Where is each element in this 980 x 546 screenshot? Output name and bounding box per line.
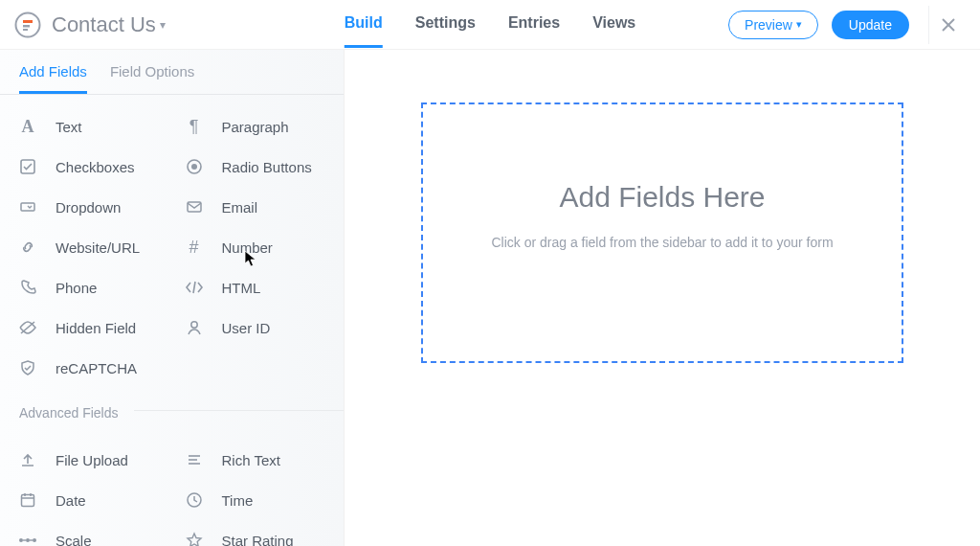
field-label: Hidden Field — [56, 320, 136, 336]
field-radio[interactable]: Radio Buttons — [172, 147, 339, 187]
paragraph-icon: ¶ — [184, 116, 205, 137]
scale-icon — [17, 530, 38, 546]
form-dropzone[interactable]: Add Fields Here Click or drag a field fr… — [421, 102, 903, 363]
sidebar-tab-add-fields[interactable]: Add Fields — [19, 50, 87, 94]
field-label: Time — [222, 492, 254, 509]
form-name-dropdown[interactable]: Contact Us ▾ — [52, 12, 166, 37]
preview-label: Preview — [745, 17, 792, 33]
form-name-label: Contact Us — [52, 12, 156, 37]
richtext-icon — [184, 449, 205, 470]
field-label: Date — [56, 492, 86, 509]
svg-point-25 — [33, 538, 36, 542]
upload-icon — [17, 449, 38, 470]
svg-rect-1 — [23, 20, 33, 23]
tab-build[interactable]: Build — [345, 1, 383, 48]
field-rich-text[interactable]: Rich Text — [172, 440, 339, 480]
hash-icon: # — [184, 237, 205, 258]
svg-point-12 — [190, 322, 196, 328]
sidebar-tab-field-options[interactable]: Field Options — [110, 50, 194, 94]
field-star-rating[interactable]: Star Rating — [172, 520, 339, 546]
code-icon — [184, 277, 205, 298]
field-recaptcha[interactable]: reCAPTCHA — [6, 348, 172, 388]
field-time[interactable]: Time — [172, 480, 339, 520]
field-label: Phone — [56, 280, 97, 296]
field-paragraph[interactable]: ¶ Paragraph — [172, 106, 339, 147]
dropzone-title: Add Fields Here — [559, 181, 765, 214]
field-userid[interactable]: User ID — [172, 307, 339, 348]
eye-off-icon — [17, 317, 38, 338]
svg-point-21 — [19, 538, 23, 542]
field-label: Website/URL — [56, 239, 140, 256]
field-label: Paragraph — [222, 119, 289, 135]
clock-icon — [184, 489, 205, 511]
update-button[interactable]: Update — [832, 11, 909, 39]
app-logo-icon — [13, 11, 42, 39]
field-dropdown[interactable]: Dropdown — [6, 187, 172, 227]
star-icon — [184, 530, 205, 546]
svg-rect-2 — [23, 25, 30, 28]
tab-views[interactable]: Views — [592, 1, 635, 48]
field-html[interactable]: HTML — [172, 267, 339, 307]
field-label: HTML — [222, 280, 261, 296]
svg-rect-3 — [23, 29, 28, 31]
chevron-down-icon: ▾ — [796, 18, 802, 31]
field-label: reCAPTCHA — [56, 360, 137, 376]
field-label: Dropdown — [56, 199, 121, 216]
dropdown-icon — [17, 196, 38, 217]
field-label: Number — [222, 239, 273, 256]
svg-rect-9 — [21, 203, 34, 211]
field-label: Star Rating — [222, 533, 294, 547]
preview-button[interactable]: Preview ▾ — [728, 11, 818, 39]
update-label: Update — [849, 17, 892, 33]
field-email[interactable]: Email — [172, 187, 339, 227]
field-text[interactable]: A Text — [6, 106, 172, 147]
advanced-fields-heading: Advanced Fields — [0, 392, 344, 428]
field-label: Checkboxes — [56, 159, 135, 175]
field-scale[interactable]: Scale — [6, 520, 172, 546]
chevron-down-icon: ▾ — [160, 18, 166, 32]
phone-icon — [17, 277, 38, 298]
fields-sidebar: Add Fields Field Options A Text ¶ Paragr… — [0, 50, 345, 546]
field-label: File Upload — [56, 452, 128, 468]
field-label: Scale — [56, 533, 92, 547]
field-website[interactable]: Website/URL — [6, 227, 172, 267]
field-label: Text — [56, 119, 82, 135]
link-icon — [17, 237, 38, 258]
field-date[interactable]: Date — [6, 480, 172, 520]
svg-point-23 — [26, 538, 30, 542]
form-canvas: Add Fields Here Click or drag a field fr… — [345, 50, 980, 546]
svg-rect-10 — [188, 202, 201, 212]
close-icon — [941, 17, 956, 33]
shield-icon — [17, 357, 38, 378]
calendar-icon — [17, 489, 38, 511]
email-icon — [184, 196, 205, 217]
field-number[interactable]: # Number — [172, 227, 339, 267]
field-label: User ID — [222, 320, 271, 336]
radio-icon — [184, 156, 205, 177]
dropzone-subtitle: Click or drag a field from the sidebar t… — [491, 235, 833, 250]
user-icon — [184, 317, 205, 338]
tab-entries[interactable]: Entries — [508, 1, 560, 48]
field-checkboxes[interactable]: Checkboxes — [6, 147, 172, 187]
field-file-upload[interactable]: File Upload — [6, 440, 172, 480]
field-hidden[interactable]: Hidden Field — [6, 307, 172, 348]
close-button[interactable] — [928, 6, 967, 44]
svg-point-8 — [191, 164, 197, 170]
field-label: Email — [222, 199, 258, 216]
field-label: Radio Buttons — [222, 159, 312, 175]
field-label: Rich Text — [222, 452, 280, 468]
tab-settings[interactable]: Settings — [415, 1, 476, 48]
checkbox-icon — [17, 156, 38, 177]
text-icon: A — [17, 116, 38, 137]
field-phone[interactable]: Phone — [6, 267, 172, 307]
svg-rect-16 — [22, 495, 34, 507]
